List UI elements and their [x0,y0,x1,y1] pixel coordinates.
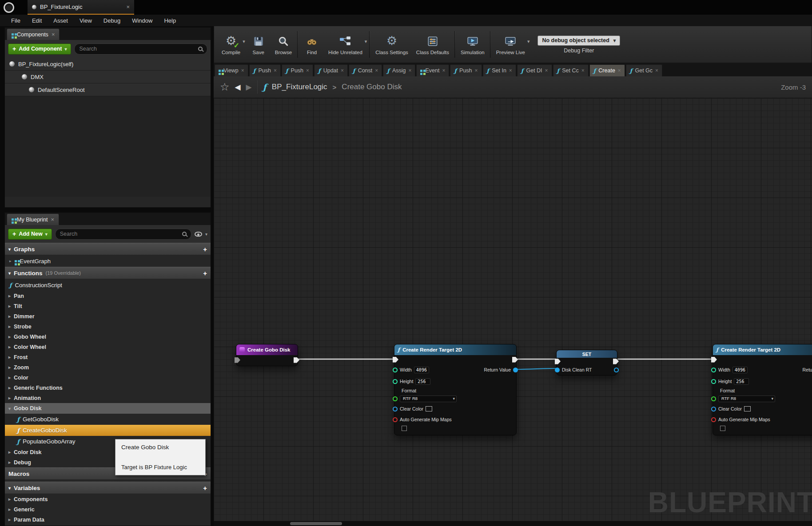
category-gobo-wheel[interactable]: Gobo Wheel [5,332,211,342]
height-input[interactable]: 256 [734,378,749,385]
tree-item-defaultsceneroot[interactable]: DefaultSceneRoot [5,83,211,96]
category-gobo-disk[interactable]: Gobo Disk [5,403,211,414]
close-icon[interactable] [274,67,277,74]
asset-tab-bp-fixturelogic[interactable]: BP_FixtureLogic [28,0,134,15]
breadcrumb-current[interactable]: Create Gobo Disk [342,83,402,91]
close-icon[interactable] [618,67,621,74]
menu-debug[interactable]: Debug [98,17,126,24]
add-component-button[interactable]: Add Component [8,44,71,55]
height-pin[interactable] [711,379,716,384]
mipmaps-pin[interactable] [711,417,716,422]
format-dropdown[interactable]: RTF R8 [400,395,457,402]
compile-options-icon[interactable] [243,39,245,44]
close-icon[interactable] [408,67,411,74]
clear-color-pin[interactable] [393,407,398,411]
format-pin[interactable] [711,396,716,401]
close-icon[interactable] [475,67,478,74]
menu-asset[interactable]: Asset [48,17,74,24]
expand-icon[interactable] [8,375,11,380]
tab-assign[interactable]: Assig [383,64,415,76]
forward-icon[interactable] [246,83,252,92]
tab-get-go[interactable]: Get Gc [626,64,662,76]
expand-icon[interactable] [8,355,11,360]
expand-icon[interactable] [8,497,11,502]
menu-view[interactable]: View [74,17,98,24]
horizontal-scrollbar[interactable] [214,521,812,526]
color-swatch[interactable] [426,406,432,411]
category-zoom[interactable]: Zoom [5,362,211,372]
add-new-button[interactable]: Add New [8,229,52,240]
hide-unrelated-options-icon[interactable] [365,39,367,44]
class-settings-button[interactable]: Class Settings [371,32,412,57]
exec-in-pin[interactable] [555,359,561,364]
preview-live-button[interactable]: Preview Live [492,32,529,57]
close-icon[interactable] [545,67,548,74]
expand-icon[interactable] [8,450,11,455]
row-eventgraph[interactable]: EventGraph [5,255,211,267]
expand-icon[interactable] [8,304,11,308]
preview-live-options-icon[interactable] [527,39,530,44]
category-generic-functions[interactable]: Generic Functions [5,383,211,393]
my-blueprint-tab[interactable]: My Blueprint [7,214,59,225]
category-components[interactable]: Components [5,494,211,504]
tab-get-di[interactable]: Get DI [517,64,552,76]
graph-canvas[interactable]: Create Gobo Disk Create Render Target 2D… [214,98,812,526]
format-pin[interactable] [393,396,398,401]
close-icon[interactable] [655,67,658,74]
tree-item-dmx[interactable]: DMX [5,71,211,83]
category-param-data[interactable]: Param Data [5,514,211,525]
section-variables[interactable]: Variables [5,482,211,494]
row-constructionscript[interactable]: ConstructionScript [5,279,211,291]
category-generic[interactable]: Generic [5,504,211,514]
close-icon[interactable] [51,216,54,223]
expand-icon[interactable] [8,324,11,329]
category-frost[interactable]: Frost [5,352,211,362]
compile-button[interactable]: Compile [218,32,244,57]
expand-icon[interactable] [9,259,12,263]
exec-in-pin[interactable] [393,357,398,363]
menu-help[interactable]: Help [158,17,182,24]
close-icon[interactable] [442,67,445,74]
expand-icon[interactable] [8,293,11,298]
visibility-filter-icon[interactable] [195,232,202,237]
expand-icon[interactable] [8,247,11,252]
expand-icon[interactable] [8,395,11,400]
tab-create[interactable]: Create [589,64,625,76]
section-functions[interactable]: Functions (19 Overridable) [5,267,211,279]
close-icon[interactable] [126,4,130,10]
width-input[interactable]: 4096 [414,367,429,373]
debug-object-select[interactable]: No debug object selected [537,36,620,46]
expand-icon[interactable] [8,507,11,512]
close-icon[interactable] [509,67,512,74]
disk-clean-rt-pin[interactable] [555,368,560,372]
mipmaps-checkbox[interactable] [720,426,725,431]
unreal-logo-icon[interactable] [4,2,14,13]
my-blueprint-search[interactable] [55,229,191,240]
exec-out-pin[interactable] [613,359,619,364]
menu-window[interactable]: Window [126,17,158,24]
node-create-gobo-disk-entry[interactable]: Create Gobo Disk [236,344,298,366]
tab-set-in[interactable]: Set In [483,64,516,76]
scrollbar-thumb[interactable] [290,522,342,525]
category-animation[interactable]: Animation [5,393,211,403]
expand-icon[interactable] [8,517,11,522]
exec-in-pin[interactable] [711,357,717,363]
function-getgobodisk[interactable]: GetGoboDisk [5,414,211,425]
tab-viewport[interactable]: Viewp [215,64,248,76]
components-search[interactable] [74,44,207,55]
add-function-icon[interactable] [203,269,207,277]
clear-color-pin[interactable] [711,407,716,411]
close-icon[interactable] [341,67,344,74]
mipmaps-checkbox[interactable] [402,426,407,431]
my-blueprint-search-input[interactable] [60,231,179,237]
expand-icon[interactable] [8,365,11,370]
category-color-wheel[interactable]: Color Wheel [5,342,211,352]
tab-update[interactable]: Updat [314,64,348,76]
close-icon[interactable] [306,67,309,74]
expand-icon[interactable] [8,385,11,390]
function-creategobodisk[interactable]: CreateGoboDisk [5,425,211,436]
tab-push[interactable]: Push [249,64,281,76]
section-graphs[interactable]: Graphs [5,243,211,255]
expand-icon[interactable] [8,314,11,319]
tab-push-2[interactable]: Push [282,64,313,76]
